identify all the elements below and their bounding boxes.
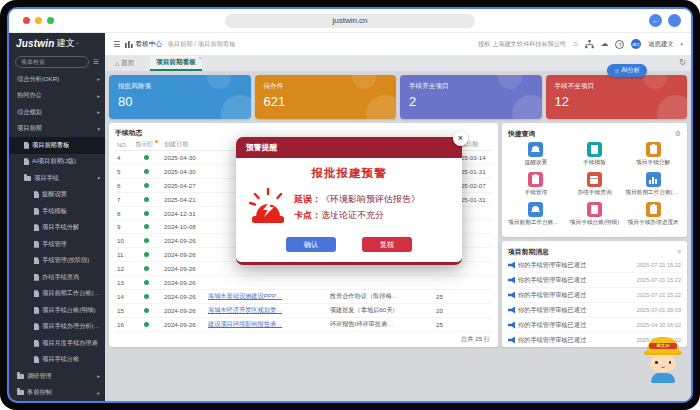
sidebar-item[interactable]: 项目前期看板 (9, 137, 105, 154)
profile-circle-icon[interactable] (668, 14, 681, 27)
message-item[interactable]: 你的手续管理审核已通过 2025-07-01 09:09 (508, 303, 681, 318)
project-link[interactable]: 海城市基础设施建设PPP… (208, 292, 330, 301)
message-item[interactable]: 你的手续管理审核已通过 2025-07-21 15:22 (508, 258, 681, 273)
tab-bar: ⌂ 首页 项目前期看板 × (105, 55, 691, 71)
kpi-card[interactable]: 待办件 621 (255, 75, 397, 119)
mascot-ai-assistant[interactable]: 建文AI (643, 337, 683, 383)
sidebar-item[interactable]: 项目手续办理分析(按阶… (9, 319, 105, 336)
home-icon[interactable]: ⌂ (573, 40, 578, 48)
sitemap-icon[interactable] (585, 40, 594, 49)
quick-icon (587, 172, 602, 187)
sidebar-item[interactable]: 项目手续分解 (9, 220, 105, 237)
sidebar-item[interactable]: 项目前期 ▾ (9, 121, 105, 138)
close-icon[interactable]: × (453, 131, 468, 146)
menu-icon[interactable]: ≡ (677, 248, 681, 255)
message-time: 2025-07-01 09:09 (637, 307, 681, 313)
quick-link[interactable]: 项目手续台账(明细) (567, 202, 623, 227)
project-link[interactable]: 海城市经济开发区规划委… (208, 306, 330, 315)
green-light-icon (144, 266, 149, 271)
help-icon[interactable]: ? (615, 40, 624, 49)
item-icon (34, 356, 39, 363)
chevron-down-icon[interactable]: ▾ (680, 41, 683, 47)
siren-icon (248, 187, 288, 227)
sidebar-item[interactable]: 事前控制 ▸ (9, 385, 105, 402)
hamburger-icon[interactable]: ☰ (113, 40, 120, 49)
sidebar-item[interactable]: 项目手续台账 (9, 352, 105, 369)
message-item[interactable]: 你的手续管理审核已通过 2025-07-21 15:22 (508, 273, 681, 288)
sidebar-item[interactable]: 提醒设置 (9, 187, 105, 204)
table-row[interactable]: 13 2024-09-26 (115, 276, 492, 290)
menu-list-icon[interactable]: ☰ (93, 58, 99, 66)
sidebar-item[interactable]: 项目手续 ▾ (9, 170, 105, 187)
project-link[interactable]: 建设项目环境影响报告表… (208, 320, 330, 329)
avatar[interactable]: 建文 (631, 39, 641, 49)
message-item[interactable]: 你的手续管理审核已通过 2025-07-21 15:22 (508, 288, 681, 303)
megaphone-icon (508, 337, 515, 344)
sidebar-item[interactable]: 综合规划 ▸ (9, 104, 105, 121)
quick-link[interactable]: 提醒设置 (508, 142, 564, 167)
quick-icon (646, 202, 661, 217)
quick-icon (587, 202, 602, 217)
chevron-icon: ▸ (97, 373, 105, 379)
theme-skin-icon[interactable]: ☁ (601, 40, 609, 48)
quick-link[interactable]: 项目手续分解 (625, 142, 681, 167)
column-header: 创建日期 (164, 140, 208, 149)
menu-search-input[interactable] (15, 56, 89, 68)
quick-link[interactable]: 项目前期工作台账(模版) (625, 172, 681, 197)
item-icon (17, 390, 24, 395)
table-row[interactable]: 16 2024-09-26 建设项目环境影响报告表… 环评报告/环评审批表… 2… (115, 318, 492, 332)
item-icon (34, 290, 39, 297)
refresh-icon[interactable]: ↻ (679, 58, 686, 67)
sidebar-item[interactable]: 协同办公 ▸ (9, 88, 105, 105)
sidebar-item[interactable]: 项目月度手续办理表 (9, 335, 105, 352)
kpi-card[interactable]: 手续齐全项目 2 (400, 75, 542, 119)
mascot-label: 建文AI (649, 343, 677, 349)
quick-link[interactable]: 手续管理 (508, 172, 564, 197)
sidebar-item[interactable]: 项目手续台账(明细) (9, 302, 105, 319)
table-row[interactable]: 15 2024-09-26 海城市经济开发区规划委… 项建批复（拿地后60天） … (115, 304, 492, 318)
green-light-icon (144, 252, 149, 257)
board-center-link[interactable]: 看板中心 (125, 39, 162, 49)
days-value: 25 (436, 321, 454, 328)
quick-link[interactable]: 项目手续办理进度表 (625, 202, 681, 227)
user-name[interactable]: 迪恩建文 (648, 40, 673, 49)
right-column: 快捷查询 ⚙ 提醒设置 手续模板 项目手续分解 手续管理 办结手续查询 项目前期… (502, 123, 687, 347)
back-arrow-icon[interactable]: ← (649, 14, 662, 27)
kpi-card[interactable]: 手续不全项目 12 (546, 75, 688, 119)
table-row[interactable]: 14 2024-09-26 海城市基础设施建设PPP… 投资合作协议（取得梅… … (115, 290, 492, 304)
column-header: 指示灯 (132, 140, 164, 149)
kpi-card[interactable]: 报批风险项 80 (109, 75, 251, 119)
tab-close-icon[interactable]: × (199, 55, 202, 61)
sidebar-item[interactable]: 调研管理 ▸ (9, 368, 105, 385)
sidebar-item[interactable]: 手续管理(按阶段) (9, 253, 105, 270)
row-number: 15 (115, 307, 132, 314)
sidebar-item[interactable]: AI项目前期(J版) (9, 154, 105, 171)
sidebar-item[interactable]: 综合分析(OKR) ▸ (9, 71, 105, 88)
quick-link[interactable]: 项目前期工作台账总览 (508, 202, 564, 227)
tab-dashboard[interactable]: 项目前期看板 × (150, 56, 202, 71)
sidebar-item[interactable]: 手续管理 (9, 236, 105, 253)
quick-link[interactable]: 手续模板 (567, 142, 623, 167)
tab-home[interactable]: ⌂ 首页 (113, 59, 136, 71)
url-bar[interactable]: justwin.cn (225, 14, 475, 28)
message-item[interactable]: 你的手续管理审核已通过 2025-04-30 16:02 (508, 318, 681, 333)
ai-analyze-button[interactable]: ☆ AI分析 (607, 64, 647, 77)
created-date: 2024-09-26 (164, 293, 208, 300)
maximize-window-button[interactable] (47, 17, 54, 24)
gear-icon[interactable]: ⚙ (675, 130, 681, 138)
kpi-label: 手续不全项目 (555, 82, 679, 91)
sidebar-item[interactable]: 项目前期工作台账(模版) (9, 286, 105, 303)
minimize-window-button[interactable] (35, 17, 42, 24)
close-window-button[interactable] (23, 17, 30, 24)
quick-grid: 提醒设置 手续模板 项目手续分解 手续管理 办结手续查询 项目前期工作台账(模版… (508, 142, 681, 227)
review-button[interactable]: 复核 (362, 237, 412, 252)
row-number: 6 (115, 182, 132, 189)
kpi-value: 2 (409, 94, 533, 109)
indicator-cell (132, 294, 164, 299)
green-light-icon (144, 322, 149, 327)
kpi-value: 621 (264, 94, 388, 109)
sidebar-item[interactable]: 办结手续查询 (9, 269, 105, 286)
quick-link[interactable]: 办结手续查询 (567, 172, 623, 197)
confirm-button[interactable]: 确认 (286, 237, 336, 252)
sidebar-item[interactable]: 手续模板 (9, 203, 105, 220)
